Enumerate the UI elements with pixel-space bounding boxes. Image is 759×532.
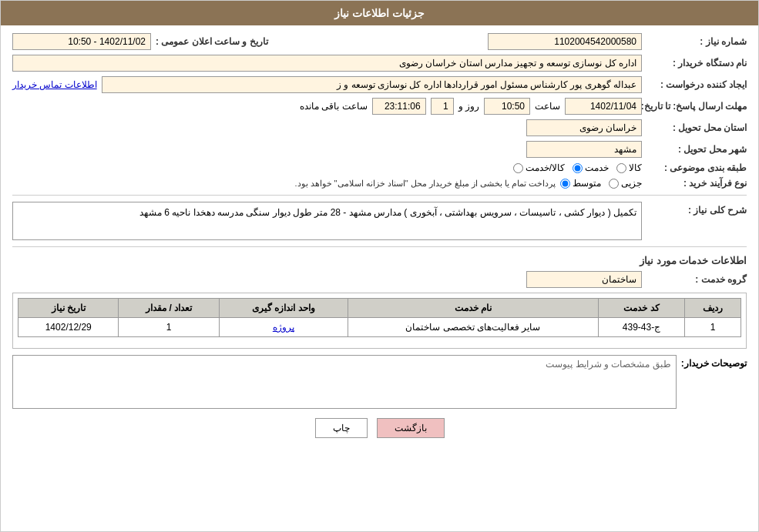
radio-kala[interactable] [616,163,626,173]
col-tarikh: تاریخ نیاز [18,299,119,318]
radio-khadamat[interactable] [573,163,583,173]
radio-matawaset-label: متوسط [573,178,601,189]
desc-outer: توصیحات خریدار: طبق مشخصات و شرایط پیوست [12,355,747,409]
tawsif-label: توصیحات خریدار: [681,355,747,369]
ostan-label: استان محل تحویل : [646,122,747,133]
col-naam: نام خدمت [348,299,598,318]
radio-kala-khadamat[interactable] [513,163,523,173]
radio-jozii-item[interactable]: جزیی [609,178,642,189]
faraaind-text: پرداخت تمام یا بخشی از مبلغ خریدار محل "… [294,179,556,189]
radio-kala-khadamat-item[interactable]: کالا/خدمت [513,162,565,173]
row-faraaind: نوع فرآیند خرید : جزیی متوسط پرداخت تمام… [12,178,747,189]
rooz-label: روز و [458,101,479,112]
table-cell: سایر فعالیت‌های تخصصی ساختمان [348,318,598,337]
tarikh-val: 1402/11/04 [565,98,642,115]
shahr-value: مشهد [526,141,642,158]
print-button[interactable]: چاپ [315,418,368,438]
maande-val: 23:11:06 [372,98,426,115]
sharh-label: شرح کلی نیاز : [646,202,747,216]
tabagheh-radio-group: کالا خدمت کالا/خدمت [513,162,642,173]
shomara-group: شماره نیاز : 1102004542000580 [488,33,747,50]
radio-matawaset[interactable] [560,179,570,189]
row-ijad: ایجاد کننده درخواست : عبداله گوهری پور ک… [12,76,747,93]
desc-box-wrapper: طبق مشخصات و شرایط پیوست [12,355,677,409]
footer-buttons: بازگشت چاپ [12,418,747,438]
col-radif: ردیف [685,299,741,318]
row-ostan: استان محل تحویل : خراسان رضوی [12,119,747,136]
ijad-link[interactable]: اطلاعات تماس خریدار [12,79,97,90]
faraaind-label: نوع فرآیند خرید : [646,178,747,189]
radio-khadamat-label: خدمت [585,162,609,173]
row-tabagheh: طبقه بندی موضوعی : کالا خدمت کالا/خدمت [12,162,747,173]
tarikh-saet-group: تاریخ و ساعت اعلان عمومی : 1402/11/02 - … [12,33,268,50]
services-outer: ردیف کد خدمت نام خدمت واحد اندازه گیری ت… [12,293,747,349]
ijad-value: عبداله گوهری پور کارشناس مسئول امور قرار… [102,76,642,93]
services-table: ردیف کد خدمت نام خدمت واحد اندازه گیری ت… [18,298,741,337]
radio-khadamat-item[interactable]: خدمت [573,162,609,173]
khadamat-section-title: اطلاعات خدمات مورد نیاز [12,255,747,266]
maande-label: ساعت باقی مانده [300,101,368,112]
row-sharh: شرح کلی نیاز : تکمیل ( دیوار کشی ، تاسیس… [12,202,747,240]
radio-kala-item[interactable]: کالا [616,162,642,173]
col-tedad: تعداد / مقدار [119,299,219,318]
faraaind-radio-group: جزیی متوسط [560,178,642,189]
table-row: 1ج-43-439سایر فعالیت‌های تخصصی ساختمانپر… [18,318,741,337]
sharh-value: تکمیل ( دیوار کشی ، تاسیسات ، سرویس بهدا… [12,202,642,240]
page-header: جزئیات اطلاعات نیاز [1,1,758,25]
tawsif-value: طبق مشخصات و شرایط پیوست [12,355,677,409]
ostan-value: خراسان رضوی [526,119,642,136]
page-title: جزئیات اطلاعات نیاز [334,7,425,19]
radio-kala-label: کالا [629,162,642,173]
main-content: شماره نیاز : 1102004542000580 تاریخ و سا… [1,25,758,455]
saet-val: 10:50 [484,98,530,115]
tabagheh-label: طبقه بندی موضوعی : [646,162,747,173]
grooh-value: ساختمان [526,271,642,288]
tarikh-saet-value: 1402/11/02 - 10:50 [12,33,151,50]
shahr-label: شهر محل تحویل : [646,144,747,155]
ijad-label: ایجاد کننده درخواست : [646,79,747,90]
row-shahr: شهر محل تحویل : مشهد [12,141,747,158]
table-cell: 1402/12/29 [18,318,119,337]
table-cell: پروژه [219,318,348,337]
back-button[interactable]: بازگشت [377,418,445,438]
mohlet-label: مهلت ارسال پاسخ: تا تاریخ: [646,101,747,112]
rooz-val: 1 [431,98,454,115]
col-vahed: واحد اندازه گیری [219,299,348,318]
row-shomara: شماره نیاز : 1102004542000580 تاریخ و سا… [12,33,747,50]
radio-jozii[interactable] [609,179,619,189]
dastgah-label: نام دستگاه خریدار : [646,58,747,69]
saet-label: ساعت [535,101,560,112]
tarikh-saet-label: تاریخ و ساعت اعلان عمومی : [156,36,268,47]
col-kod: کد خدمت [598,299,684,318]
shomara-label: شماره نیاز : [646,36,747,47]
dastgah-value: اداره کل نوسازی توسعه و تجهیز مدارس استا… [12,55,642,72]
row-grooh: گروه خدمت : ساختمان [12,271,747,288]
grooh-label: گروه خدمت : [646,274,747,285]
shomara-value: 1102004542000580 [488,33,642,50]
divider-1 [12,195,747,196]
page-wrapper: جزئیات اطلاعات نیاز شماره نیاز : 1102004… [0,0,759,532]
table-cell: 1 [119,318,219,337]
radio-kala-khadamat-label: کالا/خدمت [526,162,565,173]
divider-2 [12,246,747,247]
radio-matawaset-item[interactable]: متوسط [560,178,601,189]
row-dastgah: نام دستگاه خریدار : اداره کل نوسازی توسع… [12,55,747,72]
table-cell: 1 [685,318,741,337]
radio-jozii-label: جزیی [621,178,642,189]
row-mohlet: مهلت ارسال پاسخ: تا تاریخ: 1402/11/04 سا… [12,98,747,115]
table-cell: ج-43-439 [598,318,684,337]
